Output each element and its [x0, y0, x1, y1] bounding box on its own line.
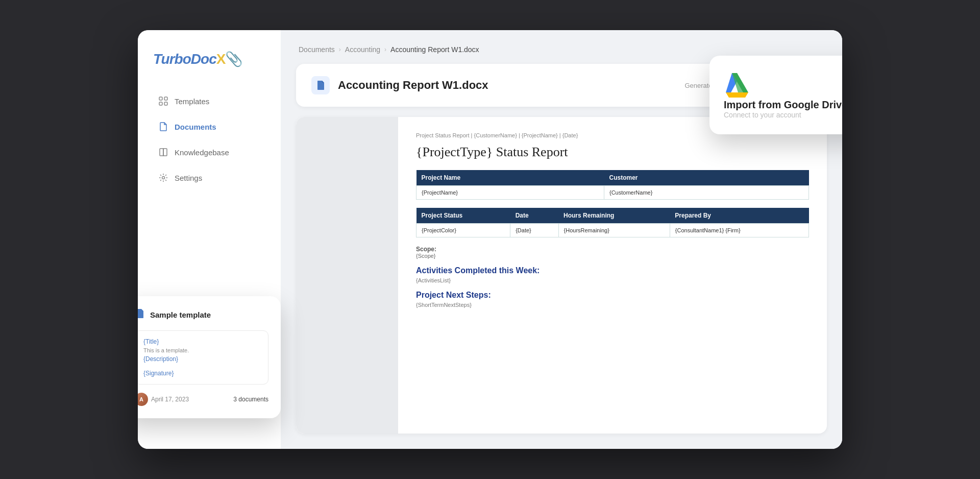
- sidebar-item-label-templates: Templates: [175, 97, 209, 106]
- svg-rect-3: [164, 102, 167, 105]
- sidebar-item-label-knowledgebase: Knowledgebase: [175, 148, 229, 157]
- template-footer: A April 17, 2023 3 documents: [138, 393, 268, 406]
- svg-rect-2: [159, 102, 162, 105]
- document-file-icon: [311, 76, 330, 94]
- table2-cell-preparedby: {ConsultantName1} {Firm}: [670, 224, 808, 237]
- grid-icon: [158, 96, 168, 106]
- logo: TurboDocX📎: [138, 51, 281, 88]
- logo-text: TurboDoc: [153, 51, 216, 67]
- doc-report-title: {ProjectType} Status Report: [416, 145, 809, 160]
- template-text1: This is a template.: [143, 347, 260, 353]
- svg-marker-8: [726, 92, 748, 98]
- table1-cell-customer: {CustomerName}: [604, 186, 808, 200]
- gdrive-header: [724, 71, 842, 98]
- sidebar-nav: Templates Documents: [138, 88, 281, 191]
- template-preview-box: {Title} This is a template. {Description…: [138, 330, 268, 385]
- scope-section: Scope: {Scope}: [416, 246, 809, 259]
- app-window: TurboDocX📎 Templates: [138, 30, 842, 449]
- table2-cell-status: {ProjectColor}: [416, 224, 510, 237]
- google-drive-card[interactable]: Import from Google Drive Connect to your…: [709, 56, 842, 134]
- activities-value: {ActivitiesList}: [416, 277, 809, 283]
- sample-template-title: Sample template: [150, 310, 211, 319]
- breadcrumb-sep-1: ›: [339, 46, 341, 53]
- sidebar-item-templates[interactable]: Templates: [143, 89, 276, 113]
- table2-cell-hours: {HoursRemaining}: [558, 224, 670, 237]
- gdrive-title: Import from Google Drive: [724, 99, 842, 111]
- sidebar-item-documents[interactable]: Documents: [143, 114, 276, 139]
- doc-content: Project Status Report | {CustomerName} |…: [398, 117, 827, 434]
- svg-point-5: [162, 177, 165, 179]
- breadcrumb-accounting[interactable]: Accounting: [345, 45, 380, 54]
- sidebar-item-settings[interactable]: Settings: [143, 165, 276, 190]
- document-title: Accounting Report W1.docx: [338, 79, 676, 92]
- gear-icon: [158, 173, 168, 183]
- breadcrumb-documents[interactable]: Documents: [299, 45, 335, 54]
- template-var2: {Description}: [143, 355, 260, 363]
- breadcrumb-sep-2: ›: [384, 46, 386, 53]
- template-docs-count: 3 documents: [233, 396, 268, 403]
- table1-header-projectname: Project Name: [416, 170, 604, 186]
- table2-header-date: Date: [510, 208, 558, 224]
- table2-header-preparedby: Prepared By: [670, 208, 808, 224]
- breadcrumb-current: Accounting Report W1.docx: [390, 45, 479, 54]
- sidebar-item-knowledgebase[interactable]: Knowledgebase: [143, 140, 276, 164]
- gdrive-subtitle: Connect to your account: [724, 111, 842, 119]
- nextsteps-value: {ShortTermNextSteps}: [416, 302, 809, 308]
- sample-template-icon: [138, 308, 145, 321]
- breadcrumb: Documents › Accounting › Accounting Repo…: [296, 45, 827, 54]
- nextsteps-heading: Project Next Steps:: [416, 291, 809, 300]
- svg-rect-1: [164, 97, 167, 100]
- activities-heading: Activities Completed this Week:: [416, 266, 809, 275]
- gdrive-icon: [724, 71, 750, 98]
- scope-value: {Scope}: [416, 253, 809, 259]
- template-date-text: April 17, 2023: [151, 396, 189, 403]
- report-table-2: Project Status Date Hours Remaining Prep…: [416, 208, 809, 237]
- scope-label: Scope:: [416, 246, 809, 253]
- doc-thumbnail: [296, 117, 398, 434]
- sidebar-item-label-settings: Settings: [175, 174, 202, 182]
- logo-x: X📎: [216, 51, 243, 67]
- table1-header-customer: Customer: [604, 170, 808, 186]
- document-preview-card: Project Status Report | {CustomerName} |…: [296, 117, 827, 434]
- svg-rect-0: [159, 97, 162, 100]
- table2-header-hours: Hours Remaining: [558, 208, 670, 224]
- table2-header-status: Project Status: [416, 208, 510, 224]
- template-var1: {Title}: [143, 338, 260, 345]
- table2-cell-date: {Date}: [510, 224, 558, 237]
- sample-template-card[interactable]: Sample template {Title} This is a templa…: [138, 296, 281, 418]
- doc-preview-inner: Project Status Report | {CustomerName} |…: [296, 117, 827, 434]
- template-var3: {Signature}: [143, 370, 260, 377]
- document-icon: [158, 122, 168, 132]
- book-icon: [158, 147, 168, 157]
- report-table-1: Project Name Customer {ProjectName} {Cus…: [416, 170, 809, 200]
- sidebar-item-label-documents: Documents: [175, 123, 216, 131]
- template-date: A April 17, 2023: [138, 393, 189, 406]
- sample-template-header: Sample template: [138, 308, 268, 321]
- template-avatar: A: [138, 393, 148, 406]
- table1-cell-projectname: {ProjectName}: [416, 186, 604, 200]
